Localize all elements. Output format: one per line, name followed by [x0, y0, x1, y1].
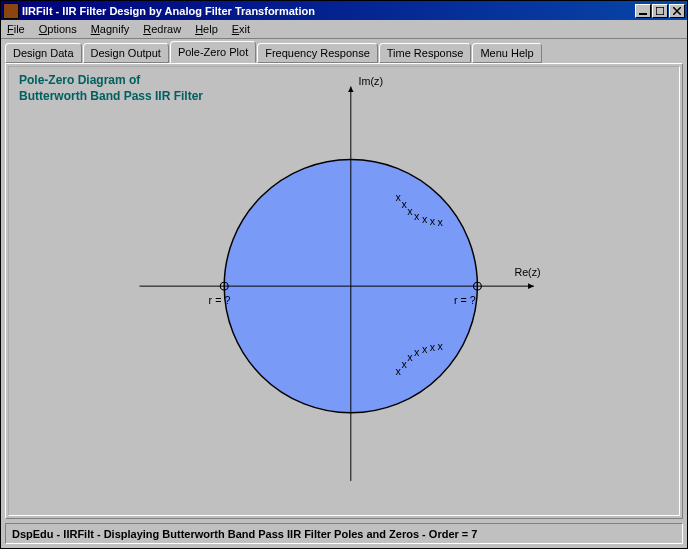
svg-text:x: x	[407, 351, 413, 363]
tab-frequency-response[interactable]: Frequency Response	[257, 43, 378, 63]
tabbar: Design Data Design Output Pole-Zero Plot…	[1, 41, 687, 63]
svg-text:x: x	[414, 346, 420, 358]
minimize-button[interactable]	[635, 4, 651, 18]
svg-text:x: x	[437, 216, 443, 228]
maximize-icon	[656, 7, 664, 15]
titlebar: IIRFilt - IIR Filter Design by Analog Fi…	[1, 1, 687, 20]
tab-time-response[interactable]: Time Response	[379, 43, 472, 63]
tab-design-data[interactable]: Design Data	[5, 43, 82, 63]
svg-text:x: x	[437, 340, 443, 352]
close-icon	[673, 7, 681, 15]
app-window: IIRFilt - IIR Filter Design by Analog Fi…	[0, 0, 688, 549]
svg-text:x: x	[430, 341, 436, 353]
tab-design-output[interactable]: Design Output	[83, 43, 169, 63]
app-icon	[3, 3, 19, 19]
im-axis-label: Im(z)	[359, 75, 383, 87]
content-panel: Pole-Zero Diagram of Butterworth Band Pa…	[5, 63, 683, 519]
pole-zero-plot: Im(z) Re(z) r = ? r = ? x x x x x x x	[9, 67, 679, 515]
svg-rect-0	[639, 13, 647, 15]
r-label-right: r = ?	[454, 294, 476, 306]
svg-text:x: x	[430, 215, 436, 227]
window-controls	[635, 4, 685, 18]
svg-rect-1	[656, 7, 664, 15]
tab-pole-zero-plot[interactable]: Pole-Zero Plot	[170, 41, 256, 63]
r-label-left: r = ?	[209, 294, 231, 306]
svg-text:x: x	[422, 213, 428, 225]
menu-file[interactable]: File	[7, 23, 25, 35]
menu-options[interactable]: Options	[39, 23, 77, 35]
statusbar: DspEdu - IIRFilt - Displaying Butterwort…	[5, 523, 683, 544]
tab-menu-help[interactable]: Menu Help	[472, 43, 541, 63]
menu-redraw[interactable]: Redraw	[143, 23, 181, 35]
re-axis-label: Re(z)	[514, 266, 540, 278]
status-text: DspEdu - IIRFilt - Displaying Butterwort…	[12, 528, 477, 540]
menubar: File Options Magnify Redraw Help Exit	[1, 20, 687, 39]
menu-help[interactable]: Help	[195, 23, 218, 35]
svg-text:x: x	[414, 210, 420, 222]
menu-exit[interactable]: Exit	[232, 23, 250, 35]
minimize-icon	[639, 7, 647, 15]
svg-text:x: x	[407, 205, 413, 217]
svg-text:x: x	[422, 343, 428, 355]
close-button[interactable]	[669, 4, 685, 18]
titlebar-text: IIRFilt - IIR Filter Design by Analog Fi…	[22, 5, 635, 17]
plot-panel: Pole-Zero Diagram of Butterworth Band Pa…	[8, 66, 680, 516]
maximize-button[interactable]	[652, 4, 668, 18]
menu-magnify[interactable]: Magnify	[91, 23, 130, 35]
